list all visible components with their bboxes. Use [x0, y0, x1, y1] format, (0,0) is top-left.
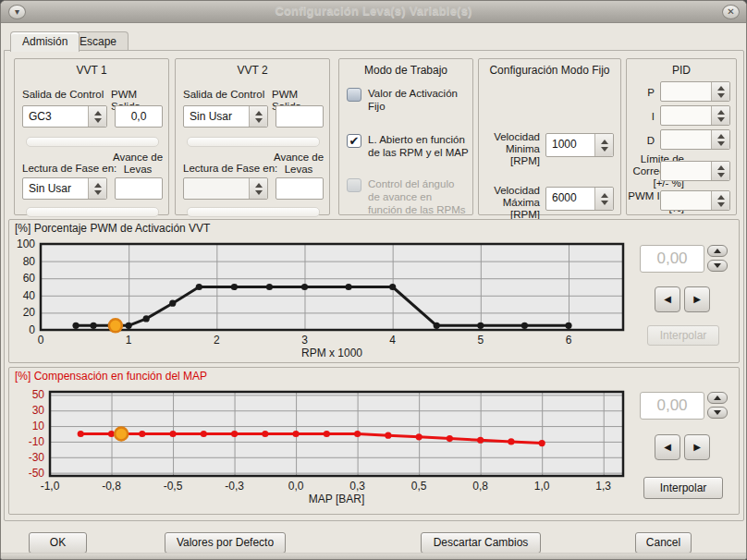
window-bottom-edge [1, 553, 746, 559]
pwm-salida-field[interactable]: 0,0 [115, 105, 163, 128]
close-button[interactable]: ✕ [722, 5, 740, 19]
value-spin-down-button[interactable] [707, 407, 728, 419]
option-valor-activacion-fijo[interactable]: Valor de Activación Fijo [347, 87, 469, 113]
spinner-icon[interactable] [594, 134, 613, 156]
default-values-button[interactable]: Valores por Defecto [165, 532, 286, 554]
avance-levas-field[interactable] [115, 177, 163, 200]
lectura-fase-value [184, 178, 249, 199]
prev-point-button[interactable]: ◀ [655, 286, 680, 312]
prev-point-button[interactable]: ◀ [655, 434, 680, 460]
svg-text:4: 4 [389, 334, 396, 347]
spin-up-icon[interactable] [255, 183, 263, 188]
spinner-icon[interactable] [711, 162, 729, 180]
spin-up-icon[interactable] [717, 110, 725, 115]
spinner-icon[interactable] [249, 106, 267, 127]
next-point-button[interactable]: ▶ [684, 434, 710, 460]
spinner-icon[interactable] [88, 106, 106, 127]
value-spin-up-button[interactable] [707, 245, 728, 257]
panel-map-chart: [%] Compensación en función del MAP -50-… [8, 367, 740, 515]
group-modo-trabajo: Modo de Trabajo Valor de Activación Fijo… [338, 58, 473, 215]
tab-admision[interactable]: Admisión [10, 31, 80, 52]
spin-down-icon[interactable] [717, 117, 725, 122]
option-lazo-abierto-rpm-map[interactable]: ✔ L. Abierto en función de las RPM y el … [347, 133, 469, 159]
lectura-fase-label: Lectura de Fase en: [183, 163, 277, 175]
interpolar-button[interactable]: Interpolar [643, 477, 723, 499]
pid-i-spinner[interactable] [660, 105, 730, 126]
checkbox-icon[interactable] [347, 88, 361, 102]
discard-changes-button[interactable]: Descartar Cambios [421, 532, 541, 554]
map-value-spinbox[interactable]: 0,00 [640, 392, 704, 420]
spin-down-icon[interactable] [94, 190, 102, 195]
group-pid: PID P I D Límite de Corrección [+/- %] P… [626, 58, 737, 215]
spinner-icon[interactable] [711, 191, 729, 210]
pwm-chart[interactable]: 0204060801000123456RPM x 1000 [9, 238, 638, 362]
spin-up-icon[interactable] [601, 140, 608, 144]
svg-text:0,5: 0,5 [411, 480, 427, 493]
salida-control-select[interactable]: GC3 [22, 105, 107, 128]
pid-p-spinner[interactable] [660, 81, 730, 102]
lectura-fase-select[interactable] [183, 177, 268, 200]
spinner-icon[interactable] [711, 106, 729, 125]
spin-down-icon[interactable] [717, 173, 725, 177]
spin-up-icon[interactable] [717, 165, 725, 170]
avance-levas-label: Avance de Levas [109, 152, 166, 176]
svg-text:1,0: 1,0 [534, 480, 550, 493]
pwm-value-spinbox[interactable]: 0,00 [640, 245, 704, 273]
spinner-icon[interactable] [249, 178, 267, 199]
next-point-button[interactable]: ▶ [684, 286, 710, 312]
spin-down-icon[interactable] [601, 201, 608, 205]
pwm-salida-field[interactable] [276, 105, 324, 128]
limite-correccion-spinner[interactable] [660, 161, 730, 181]
map-chart[interactable]: -50-30-10103050-1,0-0,8-0,5-0,30,00,30,5… [9, 384, 638, 512]
salida-control-select[interactable]: Sin Usar [183, 105, 268, 128]
title-bar[interactable]: ▾ Configuración Leva(s) Variable(s) ✕ [1, 1, 746, 23]
panel-pwm-chart: [%] Porcentaje PWM de Activación VVT 020… [8, 219, 740, 363]
svg-text:-1,0: -1,0 [41, 480, 60, 493]
svg-text:100: 100 [17, 237, 35, 250]
spin-down-icon[interactable] [717, 202, 725, 207]
svg-text:-10: -10 [29, 435, 45, 448]
spin-down-icon[interactable] [717, 141, 725, 146]
pid-i-value [661, 106, 711, 125]
spin-up-icon[interactable] [601, 193, 608, 198]
option-label: Valor de Activación Fijo [368, 87, 469, 113]
checkbox-checked-icon[interactable]: ✔ [347, 134, 361, 148]
spin-up-icon [714, 249, 721, 253]
spinner-icon[interactable] [88, 178, 106, 199]
svg-text:2: 2 [214, 334, 220, 347]
spin-up-icon[interactable] [94, 111, 102, 116]
avance-levas-field[interactable] [276, 177, 324, 200]
cancel-button[interactable]: Cancel [635, 532, 692, 554]
lectura-fase-select[interactable]: Sin Usar [22, 177, 107, 200]
svg-text:1,3: 1,3 [595, 480, 611, 493]
close-icon: ✕ [727, 6, 734, 17]
spin-up-icon[interactable] [717, 195, 725, 200]
spin-down-icon[interactable] [255, 118, 263, 123]
pwm-inicial-spinner[interactable] [660, 190, 730, 211]
group-vvt1: VVT 1 Salida de Control PWM Salida GC3 0… [14, 58, 169, 215]
ok-button[interactable]: OK [29, 532, 87, 554]
velocidad-maxima-spinner[interactable]: 6000 [545, 187, 614, 211]
spinner-icon[interactable] [594, 188, 613, 210]
spin-down-icon[interactable] [94, 118, 102, 123]
spin-down-icon[interactable] [255, 190, 263, 195]
spin-down-icon[interactable] [717, 93, 725, 98]
velocidad-maxima-label: Velocidad Máxima [RPM] [483, 185, 540, 221]
dialog-window: ▾ Configuración Leva(s) Variable(s) ✕ Ad… [0, 0, 747, 560]
spin-down-icon[interactable] [601, 147, 608, 152]
pwm-inicial-value [661, 191, 711, 210]
spin-up-icon[interactable] [94, 183, 102, 188]
pid-d-spinner[interactable] [660, 129, 730, 150]
lectura-fase-label: Lectura de Fase en: [22, 163, 116, 175]
spin-up-icon[interactable] [255, 111, 263, 116]
svg-text:0,8: 0,8 [472, 480, 488, 493]
phase-indicator-bar [26, 137, 159, 147]
value-spin-up-button[interactable] [707, 392, 728, 404]
spinner-icon[interactable] [711, 130, 729, 149]
value-spin-down-button[interactable] [707, 260, 728, 272]
spin-up-icon[interactable] [717, 134, 725, 139]
spin-up-icon[interactable] [717, 86, 725, 91]
svg-text:60: 60 [23, 272, 36, 285]
spinner-icon[interactable] [711, 82, 729, 101]
velocidad-minima-spinner[interactable]: 1000 [545, 133, 614, 157]
